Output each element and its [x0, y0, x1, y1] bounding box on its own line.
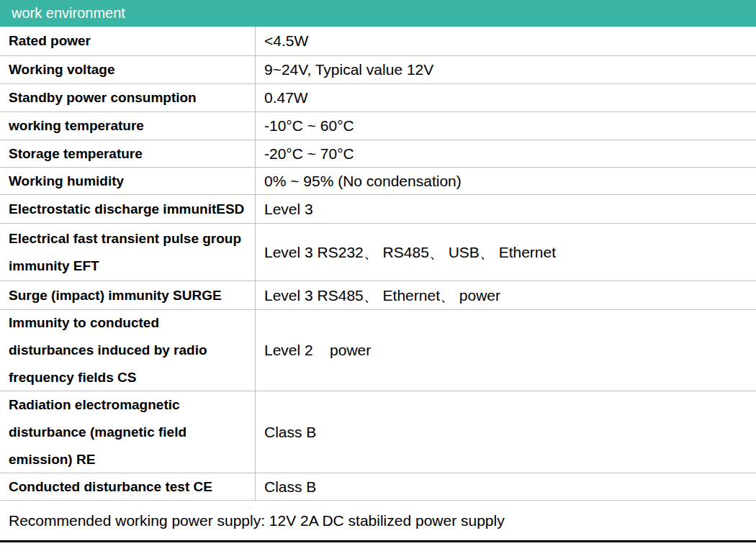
spec-label: Rated power	[0, 27, 256, 55]
table-row: Working humidity 0% ~ 95% (No condensati…	[0, 167, 756, 194]
spec-value: -10°C ~ 60°C	[256, 112, 756, 140]
spec-table-page: work environment Rated power <4.5W Worki…	[0, 0, 756, 546]
table-footer: Recommended working power supply: 12V 2A…	[0, 500, 756, 542]
spec-value: 0% ~ 95% (No condensation)	[256, 168, 756, 194]
spec-value: Level 2 power	[256, 310, 756, 391]
table-row: Radiation electromagnetic disturbance (m…	[0, 391, 756, 473]
table-row: Immunity to conducted disturbances induc…	[0, 309, 756, 391]
spec-label: Storage temperature	[0, 140, 256, 167]
spec-label: Radiation electromagnetic disturbance (m…	[0, 391, 256, 473]
spec-value: Class B	[256, 473, 756, 500]
spec-value: 0.47W	[256, 84, 756, 112]
spec-value: -20°C ~ 70°C	[256, 140, 756, 167]
table-row: Standby power consumption 0.47W	[0, 83, 756, 112]
table-row: Electrical fast transient pulse group im…	[0, 223, 756, 281]
spec-value: Level 3 RS232、 RS485、 USB、 Ethernet	[256, 224, 756, 281]
spec-label: Standby power consumption	[0, 84, 256, 112]
spec-label: Conducted disturbance test CE	[0, 473, 256, 500]
table-row: Electrostatic discharge immunitESD Level…	[0, 194, 756, 223]
table-row: Rated power <4.5W	[0, 27, 756, 55]
spec-value: <4.5W	[256, 27, 756, 55]
footer-note: Recommended working power supply: 12V 2A…	[9, 512, 505, 529]
spec-value: Level 3	[256, 195, 756, 223]
table-title: work environment	[12, 5, 125, 22]
table-row: working temperature -10°C ~ 60°C	[0, 112, 756, 140]
table-row: Conducted disturbance test CE Class B	[0, 473, 756, 500]
table-row: Working voltage 9~24V, Typical value 12V	[0, 55, 756, 83]
table-header-band: work environment	[0, 0, 756, 27]
spec-value: Level 3 RS485、 Ethernet、 power	[256, 281, 756, 309]
table-row: Storage temperature -20°C ~ 70°C	[0, 140, 756, 167]
spec-value: Class B	[256, 391, 756, 473]
spec-label: Surge (impact) immunity SURGE	[0, 281, 256, 309]
spec-label: working temperature	[0, 112, 256, 140]
spec-label: Immunity to conducted disturbances induc…	[0, 310, 256, 391]
spec-value: 9~24V, Typical value 12V	[256, 56, 756, 83]
spec-label: Electrostatic discharge immunitESD	[0, 195, 256, 223]
spec-label: Working humidity	[0, 168, 256, 194]
spec-label: Working voltage	[0, 56, 256, 83]
table-row: Surge (impact) immunity SURGE Level 3 RS…	[0, 281, 756, 309]
spec-label: Electrical fast transient pulse group im…	[0, 224, 256, 281]
